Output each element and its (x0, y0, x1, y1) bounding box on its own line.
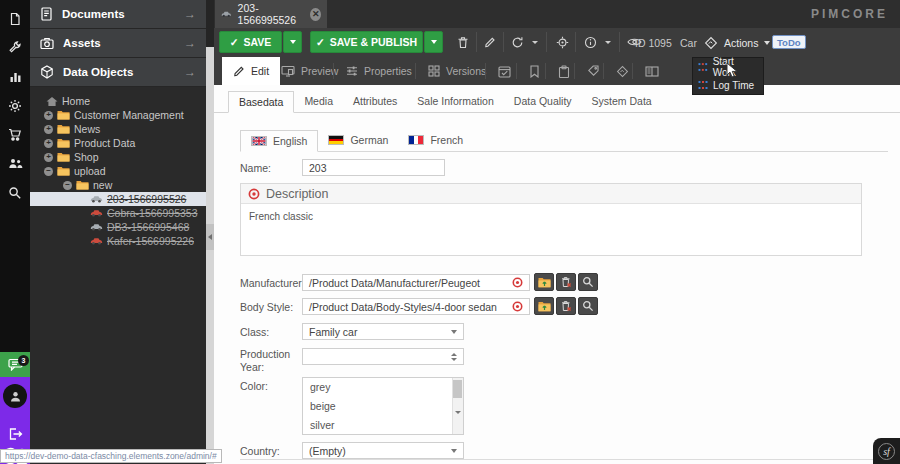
save-button[interactable]: ✓SAVE (219, 31, 282, 53)
save-publish-dropdown-button[interactable] (424, 31, 443, 53)
tab-lang-german[interactable]: German (318, 129, 398, 151)
color-multiselect[interactable]: grey beige silver (302, 377, 464, 435)
document-icon (40, 7, 53, 21)
tree-node-folder[interactable]: + Customer Management (30, 108, 206, 122)
workflow-status-badge: ToDo (772, 35, 806, 49)
production-year-spinner[interactable] (302, 348, 464, 365)
expand-plus-icon[interactable]: + (44, 153, 53, 162)
folder-up-icon (538, 277, 551, 288)
notifications-chat-button[interactable]: 3 (0, 352, 30, 377)
tab-sale-information[interactable]: Sale Information (407, 90, 503, 112)
color-option[interactable]: silver (303, 416, 463, 435)
manufacturer-input[interactable]: /Product Data/Manufacturer/Peugeot (302, 274, 530, 291)
tab-basedata[interactable]: Basedata (228, 91, 294, 113)
description-editor[interactable]: French classic (241, 204, 861, 229)
reports-icon[interactable] (0, 62, 30, 91)
red-car-icon (90, 209, 103, 217)
red-car-icon (90, 237, 103, 245)
check-icon: ✓ (316, 36, 325, 48)
workflow-diamond-icon (616, 65, 629, 78)
manufacturer-open-button[interactable] (534, 273, 554, 291)
country-label: Country: (240, 445, 300, 458)
tab-properties[interactable]: Properties (335, 57, 423, 85)
class-select[interactable]: Family car (302, 323, 464, 340)
tab-data-quality[interactable]: Data Quality (504, 90, 582, 112)
magnifier-icon (582, 276, 594, 288)
tree-node-folder[interactable]: + News (30, 122, 206, 136)
spinner-arrows[interactable] (451, 353, 457, 361)
ecommerce-cart-icon[interactable] (0, 120, 30, 149)
name-input[interactable]: 203 (302, 159, 445, 176)
tree-node-folder[interactable]: + Shop (30, 150, 206, 164)
collapse-minus-icon[interactable]: − (63, 181, 72, 190)
object-id-label: ID 1095 (635, 28, 672, 57)
tab-media[interactable]: Media (294, 90, 343, 112)
close-tab-icon[interactable]: ✕ (310, 8, 321, 21)
search-icon[interactable] (0, 178, 30, 207)
documents-mode-icon[interactable] (0, 4, 30, 33)
manufacturer-remove-button[interactable] (556, 273, 576, 291)
expand-arrow-icon[interactable]: → (184, 7, 196, 21)
folder-icon (76, 180, 89, 190)
tag-icon (587, 65, 599, 77)
reload-button[interactable] (505, 31, 529, 53)
expand-plus-icon[interactable]: + (44, 125, 53, 134)
documents-panel-header[interactable]: Documents → (30, 0, 206, 29)
save-dropdown-button[interactable] (283, 31, 302, 53)
body-style-search-button[interactable] (578, 297, 598, 315)
delete-button[interactable] (451, 31, 475, 53)
expand-arrow-icon[interactable]: → (184, 65, 196, 79)
settings-gear-icon[interactable] (0, 91, 30, 120)
expand-arrow-icon[interactable]: → (184, 36, 196, 50)
actions-dropdown-button[interactable]: Actions (704, 28, 770, 57)
body-style-input[interactable]: /Product Data/Body-Styles/4-door sedan (302, 298, 530, 315)
open-object-tab[interactable]: 203-1566995526 ✕ (215, 0, 327, 28)
sidebar-collapse-handle[interactable] (206, 224, 214, 250)
expand-plus-icon[interactable]: + (44, 111, 53, 120)
manufacturer-search-button[interactable] (578, 273, 598, 291)
collapse-minus-icon[interactable]: − (44, 167, 53, 176)
tree-node-folder[interactable]: + Product Data (30, 136, 206, 150)
tree-node-folder-upload[interactable]: − upload (30, 164, 206, 178)
object-class-label: Car (680, 28, 697, 57)
body-style-open-button[interactable] (534, 297, 554, 315)
logout-icon[interactable] (0, 421, 30, 447)
expand-plus-icon[interactable]: + (44, 139, 53, 148)
assets-panel-header[interactable]: Assets → (30, 29, 206, 58)
tools-icon[interactable] (0, 33, 30, 62)
chevron-down-icon (451, 330, 457, 334)
locate-in-tree-button[interactable] (550, 31, 574, 53)
reload-dropdown-button[interactable] (527, 31, 543, 53)
color-option[interactable]: grey (303, 378, 463, 397)
color-option[interactable]: beige (303, 397, 463, 416)
tree-node-object[interactable]: DB3-1566995468 (30, 220, 206, 234)
body-style-remove-button[interactable] (556, 297, 576, 315)
camera-icon (40, 37, 54, 50)
tree-node-home[interactable]: Home (30, 94, 206, 108)
tab-lang-french[interactable]: French (398, 129, 473, 151)
tab-lang-english[interactable]: English (240, 130, 318, 152)
info-dropdown-button[interactable] (600, 31, 616, 53)
info-button[interactable] (578, 31, 602, 53)
uk-flag-icon (251, 136, 267, 146)
tree-node-object[interactable]: Cobra-1566995353 (30, 206, 206, 220)
rename-button[interactable] (478, 31, 502, 53)
save-publish-button[interactable]: ✓SAVE & PUBLISH (310, 31, 423, 53)
marketing-users-icon[interactable] (0, 149, 30, 178)
tab-dependencies[interactable] (634, 57, 670, 85)
tree-node-object[interactable]: Kafer-1566995226 (30, 234, 206, 248)
clipboard-icon (558, 65, 570, 78)
symfony-debug-badge[interactable]: sf (873, 438, 900, 464)
tree-node-object-selected[interactable]: 203-1566995526 (30, 192, 206, 206)
country-select[interactable]: (Empty) (302, 442, 464, 459)
data-objects-panel-header[interactable]: Data Objects → (30, 58, 206, 87)
listbox-scrollbar[interactable] (452, 378, 463, 434)
scrollbar-thumb[interactable] (453, 380, 462, 398)
avatar[interactable] (3, 384, 27, 408)
scroll-down-icon[interactable] (455, 414, 461, 432)
assets-panel-label: Assets (63, 37, 101, 49)
tab-system-data[interactable]: System Data (582, 90, 662, 112)
body-style-label: Body Style: (240, 301, 300, 314)
tab-attributes[interactable]: Attributes (343, 90, 407, 112)
tree-node-folder-new[interactable]: − new (30, 178, 206, 192)
